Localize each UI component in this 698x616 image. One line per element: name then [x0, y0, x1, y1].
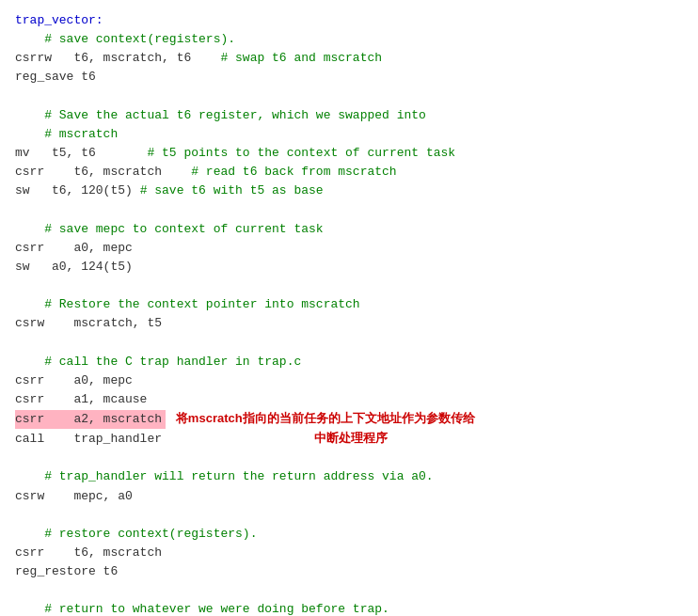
code-line-16: # Restore the context pointer into mscra…: [15, 295, 683, 314]
code-line-6: # Save the actual t6 register, which we …: [15, 106, 683, 125]
code-line-9: csrr t6, mscratch # read t6 back from ms…: [15, 163, 683, 182]
code-line-19: # call the C trap handler in trap.c: [15, 353, 683, 371]
code-line-25: # trap_handler will return the return ad…: [15, 467, 683, 486]
code-line-23: call trap_handler中断处理程序: [15, 429, 683, 449]
code-container: trap_vector: # save context(registers). …: [0, 0, 698, 616]
code-line-8: mv t5, t6 # t5 points to the context of …: [15, 144, 683, 163]
code-line-7: # mscratch: [15, 125, 683, 144]
annotation-text-1: 将mscratch指向的当前任务的上下文地址作为参数传给: [166, 411, 475, 425]
code-line-27: [15, 506, 683, 525]
code-line-10: sw t6, 120(t5) # save t6 with t5 as base: [15, 182, 683, 200]
code-block: trap_vector: # save context(registers). …: [15, 11, 683, 616]
code-line-24: [15, 449, 683, 467]
code-line-20: csrr a0, mepc: [15, 371, 683, 390]
code-line-18: [15, 333, 683, 352]
code-line-15: [15, 276, 683, 295]
code-line-5: [15, 87, 683, 106]
code-line-21: csrr a1, mcause: [15, 390, 683, 409]
code-line-11: [15, 200, 683, 219]
code-line-31: [15, 581, 683, 600]
code-line-1: trap_vector:: [15, 11, 683, 30]
code-line-32: # return to whatever we were doing befor…: [15, 600, 683, 616]
code-line-14: sw a0, 124(t5): [15, 258, 683, 276]
code-line-22: csrr a2, mscratch 将mscratch指向的当前任务的上下文地址…: [15, 409, 683, 429]
code-line-28: # restore context(registers).: [15, 525, 683, 544]
code-line-17: csrw mscratch, t5: [15, 314, 683, 333]
code-line-30: reg_restore t6: [15, 562, 683, 581]
code-line-3: csrrw t6, mscratch, t6 # swap t6 and msc…: [15, 49, 683, 68]
code-line-13: csrr a0, mepc: [15, 239, 683, 258]
code-line-4: reg_save t6: [15, 68, 683, 87]
code-line-26: csrw mepc, a0: [15, 487, 683, 506]
code-line-2: # save context(registers).: [15, 30, 683, 49]
code-line-29: csrr t6, mscratch: [15, 544, 683, 562]
annotation-text-2: 中断处理程序: [314, 431, 388, 445]
code-line-12: # save mepc to context of current task: [15, 220, 683, 239]
